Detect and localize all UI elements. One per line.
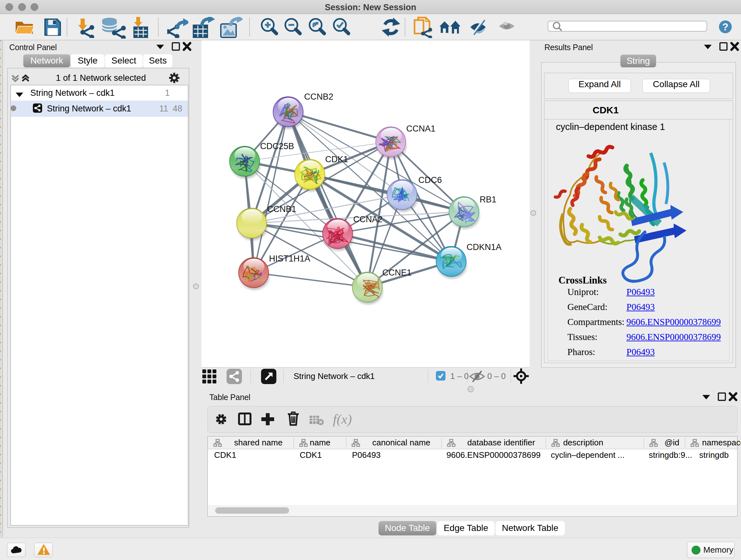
svg-text:CCNA1: CCNA1 bbox=[406, 124, 435, 133]
svg-text:CDK1: CDK1 bbox=[325, 154, 348, 164]
svg-text:CDKN1A: CDKN1A bbox=[467, 242, 502, 252]
svg-text:CCNB2: CCNB2 bbox=[304, 92, 333, 102]
svg-text:CCNE1: CCNE1 bbox=[382, 268, 412, 277]
svg-text:RB1: RB1 bbox=[480, 195, 496, 204]
svg-text:CCNA2: CCNA2 bbox=[353, 214, 383, 224]
svg-text:HIST1H1A: HIST1H1A bbox=[269, 254, 310, 263]
svg-text:CDC6: CDC6 bbox=[418, 175, 442, 185]
svg-text:CCNB1: CCNB1 bbox=[267, 204, 296, 214]
svg-text:?: ? bbox=[723, 21, 729, 33]
svg-text:CDC25B: CDC25B bbox=[260, 141, 294, 151]
